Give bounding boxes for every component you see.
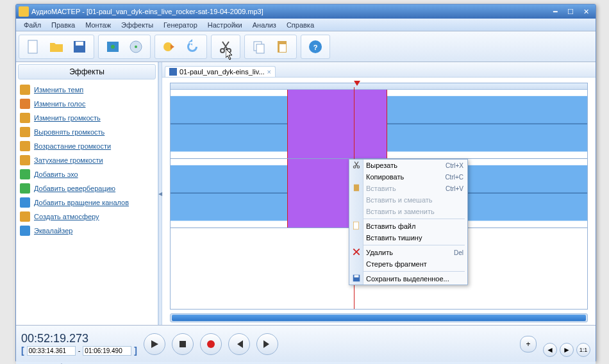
- speaker-icon: [20, 141, 30, 151]
- menu-edit[interactable]: Правка: [46, 20, 80, 30]
- scrollbar-thumb[interactable]: [172, 315, 586, 321]
- svg-point-19: [207, 340, 215, 348]
- ctx-item-3: Вставить и смешать: [349, 194, 467, 206]
- tab-label: 01-paul_van_dyk-eins_liv...: [179, 68, 264, 76]
- ctx-item-9[interactable]: УдалитьDel: [349, 247, 467, 258]
- ctx-item-1[interactable]: КопироватьCtrl+C: [349, 171, 467, 183]
- reverb-icon: [20, 183, 30, 194]
- echo-icon: [20, 169, 30, 179]
- record-button[interactable]: [159, 37, 179, 57]
- sidebar-item-label: Изменить громкость: [34, 114, 101, 122]
- current-time: 00:52:19.273: [21, 332, 137, 345]
- svg-rect-23: [353, 222, 358, 229]
- zoom-fit-button[interactable]: 1:1: [576, 343, 590, 357]
- paste-button[interactable]: [272, 37, 292, 57]
- help-button[interactable]: ?: [305, 37, 326, 57]
- rotate-icon: [20, 197, 30, 208]
- file-tab[interactable]: 01-paul_van_dyk-eins_liv... ×: [165, 66, 276, 77]
- svg-point-4: [111, 45, 115, 49]
- sidebar-item-3[interactable]: Выровнять громкость: [17, 125, 156, 139]
- blank-icon: [352, 195, 362, 205]
- ctx-item-7[interactable]: Вставить тишину: [349, 232, 467, 244]
- cut-button[interactable]: [215, 37, 236, 57]
- delete-icon: [352, 247, 362, 258]
- close-button[interactable]: ✕: [579, 6, 593, 17]
- file-icon: [352, 221, 362, 231]
- speaker-icon: [20, 113, 30, 123]
- open-button[interactable]: [46, 37, 67, 57]
- ctx-item-6[interactable]: Вставить файл: [349, 220, 467, 232]
- sidebar-item-4[interactable]: Возрастание громкости: [17, 139, 156, 153]
- ctx-shortcut: Ctrl+V: [446, 185, 463, 192]
- undo-button[interactable]: [182, 37, 203, 57]
- sidebar-item-9[interactable]: Создать атмосферу: [17, 210, 156, 224]
- ctx-label: Вставить тишину: [366, 234, 422, 242]
- ctx-shortcut: Ctrl+C: [445, 174, 463, 181]
- sidebar-item-6[interactable]: Добавить эхо: [17, 167, 156, 181]
- skip-start-button[interactable]: [228, 333, 250, 355]
- tab-close-icon[interactable]: ×: [267, 68, 271, 76]
- zoom-in-button[interactable]: +: [520, 336, 537, 352]
- cd-button[interactable]: [126, 37, 146, 57]
- sidebar-item-label: Эквалайзер: [34, 227, 72, 235]
- menu-help[interactable]: Справка: [281, 20, 319, 30]
- playhead-marker[interactable]: [354, 81, 360, 86]
- svg-rect-11: [256, 44, 264, 53]
- sidebar-item-2[interactable]: Изменить громкость: [17, 111, 156, 125]
- sidebar-item-7[interactable]: Добавить реверберацию: [17, 181, 156, 195]
- file-icon: [169, 68, 177, 76]
- record-transport-button[interactable]: [200, 333, 222, 355]
- sidebar-item-1[interactable]: Изменить голос: [17, 97, 156, 111]
- horizontal-scrollbar[interactable]: [170, 313, 588, 322]
- play-button[interactable]: [144, 333, 165, 355]
- app-window: АудиоМАСТЕР - [01-paul_van_dyk-eins_live…: [15, 4, 596, 361]
- atmosphere-icon: [20, 211, 30, 222]
- ctx-item-0[interactable]: ВырезатьCtrl+X: [349, 160, 467, 171]
- sidebar-item-label: Выровнять громкость: [34, 128, 104, 136]
- menu-generator[interactable]: Генератор: [158, 20, 203, 30]
- svg-rect-22: [354, 185, 359, 192]
- clock-icon: [20, 85, 30, 95]
- selection-end-input[interactable]: [83, 346, 131, 356]
- selection-region[interactable]: [287, 90, 387, 158]
- svg-rect-18: [179, 341, 186, 347]
- new-button[interactable]: [23, 37, 44, 57]
- blank-icon: [352, 233, 362, 243]
- sidebar-item-0[interactable]: Изменить темп: [17, 83, 156, 97]
- sidebar-item-label: Изменить голос: [34, 100, 85, 108]
- ctx-item-10[interactable]: Стереть фрагмент: [349, 258, 467, 270]
- sidebar-item-label: Добавить вращение каналов: [34, 199, 129, 206]
- video-button[interactable]: [103, 37, 123, 57]
- sidebar-item-label: Создать атмосферу: [34, 213, 99, 220]
- menu-file[interactable]: Файл: [19, 20, 46, 30]
- menu-settings[interactable]: Настройки: [203, 20, 247, 30]
- ctx-shortcut: Ctrl+X: [446, 162, 463, 169]
- minimize-button[interactable]: ━: [548, 6, 562, 17]
- sidebar-header: Эффекты: [18, 64, 156, 79]
- ctx-label: Вставить и заменить: [366, 208, 435, 215]
- sidebar-item-label: Изменить темп: [34, 86, 83, 94]
- sidebar-item-label: Возрастание громкости: [34, 142, 111, 150]
- copy-button[interactable]: [249, 37, 269, 57]
- sidebar-item-10[interactable]: Эквалайзер: [17, 224, 156, 238]
- selection-start-input[interactable]: [27, 346, 76, 356]
- menu-effects[interactable]: Эффекты: [116, 20, 158, 30]
- save-button[interactable]: [69, 37, 90, 57]
- app-icon: [19, 6, 29, 17]
- ctx-shortcut: Del: [454, 249, 463, 256]
- nav-right-button[interactable]: ►: [560, 343, 574, 357]
- menu-montage[interactable]: Монтаж: [80, 20, 116, 30]
- stop-button[interactable]: [172, 333, 194, 355]
- sidebar-item-5[interactable]: Затухание громкости: [17, 153, 156, 167]
- timeline-ruler[interactable]: [171, 83, 587, 90]
- window-title: АудиоМАСТЕР - [01-paul_van_dyk-eins_live…: [31, 8, 548, 15]
- skip-end-button[interactable]: [256, 333, 278, 355]
- svg-text:?: ?: [313, 44, 318, 51]
- ctx-item-12[interactable]: Сохранить выделенное...: [349, 273, 467, 285]
- sidebar-item-8[interactable]: Добавить вращение каналов: [17, 195, 156, 210]
- speaker-icon: [20, 155, 30, 165]
- nav-left-button[interactable]: ◄: [543, 343, 557, 357]
- waveform-channel-left[interactable]: [171, 90, 587, 159]
- maximize-button[interactable]: ☐: [563, 6, 578, 17]
- menu-analysis[interactable]: Анализ: [247, 20, 281, 30]
